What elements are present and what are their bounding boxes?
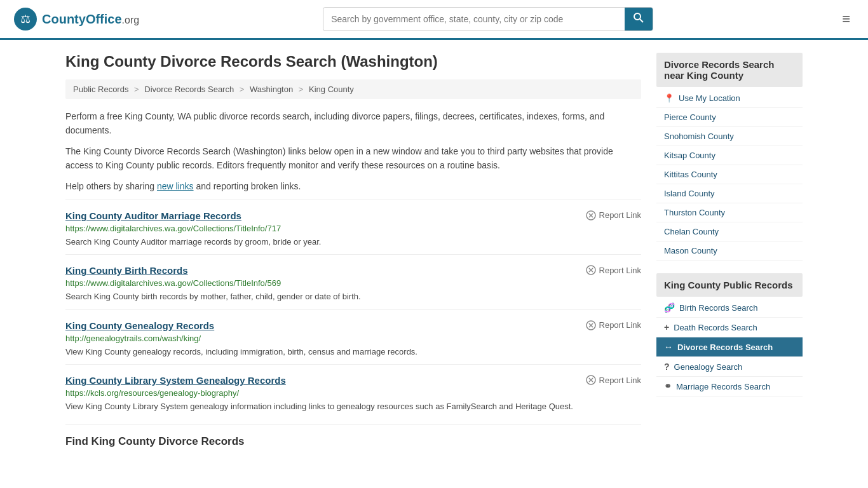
record-item: King County Library System Genealogy Rec… [65, 364, 641, 419]
intro-text-3: Help others by sharing new links and rep… [65, 179, 641, 193]
genealogy-icon: ? [664, 362, 670, 372]
sidebar-record-item[interactable]: ↔ Divorce Records Search [656, 337, 803, 357]
logo-area: ⚖ CountyOffice.org [13, 6, 139, 32]
record-url[interactable]: https://kcls.org/resources/genealogy-bio… [65, 388, 641, 398]
sidebar-county-item[interactable]: Pierce County [656, 108, 803, 127]
svg-line-3 [640, 19, 643, 22]
report-link-btn[interactable]: Report Link [586, 375, 641, 385]
breadcrumb: Public Records > Divorce Records Search … [65, 79, 641, 99]
county-link[interactable]: Snohomish County [664, 132, 734, 141]
record-title[interactable]: King County Birth Records [65, 265, 188, 276]
record-desc: Search King County birth records by moth… [65, 290, 641, 303]
search-input[interactable] [323, 9, 625, 29]
report-link-btn[interactable]: Report Link [586, 265, 641, 275]
sidebar-county-item[interactable]: Thurston County [656, 203, 803, 222]
report-label: Report Link [599, 320, 641, 330]
county-link[interactable]: Pierce County [664, 112, 716, 122]
logo-text: CountyOffice.org [42, 12, 139, 27]
sidebar-public-records-section: King County Public Records 🧬 Birth Recor… [656, 273, 803, 396]
sidebar-nearby-header: Divorce Records Search near King County [656, 53, 803, 87]
header: ⚖ CountyOffice.org ≡ [0, 0, 868, 40]
sidebar-public-records-header: King County Public Records [656, 273, 803, 297]
record-title[interactable]: King County Library System Genealogy Rec… [65, 375, 286, 386]
sidebar-record-item[interactable]: ? Genealogy Search [656, 357, 803, 377]
new-links-link[interactable]: new links [157, 181, 194, 191]
report-link-btn[interactable]: Report Link [586, 210, 641, 220]
record-url[interactable]: https://www.digitalarchives.wa.gov/Colle… [65, 278, 641, 288]
intro-text-1: Perform a free King County, WA public di… [65, 109, 641, 138]
sidebar-county-item[interactable]: Kitsap County [656, 146, 803, 165]
record-url-link[interactable]: https://www.digitalarchives.wa.gov/Colle… [65, 224, 281, 233]
report-icon [586, 265, 596, 275]
record-url[interactable]: http://genealogytrails.com/wash/king/ [65, 334, 641, 343]
county-link[interactable]: Chelan County [664, 227, 719, 236]
content-wrapper: King County Divorce Records Search (Wash… [53, 40, 815, 461]
record-header: King County Genealogy Records Report Lin… [65, 320, 641, 331]
record-header: King County Library System Genealogy Rec… [65, 375, 641, 386]
sidebar-county-item[interactable]: Chelan County [656, 222, 803, 241]
sidebar-county-item[interactable]: Island County [656, 184, 803, 203]
county-link[interactable]: Mason County [664, 246, 717, 255]
sidebar-county-item[interactable]: Snohomish County [656, 127, 803, 146]
divorce-icon: ↔ [664, 342, 673, 352]
county-link[interactable]: Thurston County [664, 208, 725, 217]
record-type-link[interactable]: Genealogy Search [674, 362, 743, 372]
sidebar-nearby-section: Divorce Records Search near King County … [656, 53, 803, 261]
record-desc: Search King County Auditor marriage reco… [65, 236, 641, 248]
breadcrumb-washington[interactable]: Washington [250, 85, 293, 94]
county-link[interactable]: Island County [664, 189, 715, 198]
record-item: King County Birth Records Report Link ht… [65, 254, 641, 309]
search-button[interactable] [625, 8, 653, 30]
breadcrumb-sep-3: > [299, 85, 306, 94]
birth-icon: 🧬 [664, 302, 675, 313]
breadcrumb-king-county[interactable]: King County [309, 85, 354, 94]
svg-point-2 [634, 13, 641, 20]
record-title[interactable]: King County Auditor Marriage Records [65, 210, 241, 221]
record-desc: View King County genealogy records, incl… [65, 346, 641, 358]
report-label: Report Link [599, 266, 641, 275]
county-link[interactable]: Kitsap County [664, 151, 715, 160]
record-type-link[interactable]: Death Records Search [674, 323, 757, 332]
record-type-link[interactable]: Marriage Records Search [676, 382, 770, 391]
record-item: King County Auditor Marriage Records Rep… [65, 200, 641, 255]
report-link-btn[interactable]: Report Link [586, 320, 641, 330]
sidebar-county-item[interactable]: Mason County [656, 241, 803, 261]
breadcrumb-public-records[interactable]: Public Records [73, 85, 128, 94]
records-container: King County Auditor Marriage Records Rep… [65, 200, 641, 419]
breadcrumb-sep-2: > [240, 85, 247, 94]
record-type-link[interactable]: Birth Records Search [679, 303, 758, 313]
logo-icon: ⚖ [13, 6, 38, 32]
public-records-list: 🧬 Birth Records Search + Death Records S… [656, 298, 803, 396]
report-icon [586, 210, 596, 220]
report-icon [586, 320, 596, 330]
breadcrumb-divorce-records[interactable]: Divorce Records Search [144, 85, 234, 94]
record-url[interactable]: https://www.digitalarchives.wa.gov/Colle… [65, 224, 641, 233]
record-url-link[interactable]: https://kcls.org/resources/genealogy-bio… [65, 388, 239, 398]
search-bar[interactable] [323, 7, 653, 31]
record-url-link[interactable]: http://genealogytrails.com/wash/king/ [65, 334, 201, 343]
record-item: King County Genealogy Records Report Lin… [65, 309, 641, 365]
record-type-link[interactable]: Divorce Records Search [677, 342, 773, 352]
record-header: King County Birth Records Report Link [65, 265, 641, 276]
sidebar-record-item[interactable]: 🧬 Birth Records Search [656, 298, 803, 318]
breadcrumb-sep-1: > [134, 85, 141, 94]
hamburger-button[interactable]: ≡ [837, 8, 855, 30]
sidebar-county-item[interactable]: Kittitas County [656, 165, 803, 184]
county-link[interactable]: Kittitas County [664, 170, 717, 179]
sidebar-record-item[interactable]: + Death Records Search [656, 318, 803, 337]
report-icon [586, 375, 596, 385]
use-my-location[interactable]: Use My Location [656, 88, 803, 108]
page-title: King County Divorce Records Search (Wash… [65, 53, 641, 71]
death-icon: + [664, 322, 669, 332]
marriage-icon: ⚭ [664, 381, 672, 391]
nearby-counties-list: Pierce CountySnohomish CountyKitsap Coun… [656, 108, 803, 261]
use-my-location-link[interactable]: Use My Location [679, 93, 740, 103]
record-header: King County Auditor Marriage Records Rep… [65, 210, 641, 221]
record-url-link[interactable]: https://www.digitalarchives.wa.gov/Colle… [65, 278, 281, 288]
report-label: Report Link [599, 376, 641, 385]
sidebar: Divorce Records Search near King County … [656, 53, 803, 448]
report-label: Report Link [599, 210, 641, 220]
location-icon [664, 93, 674, 103]
sidebar-record-item[interactable]: ⚭ Marriage Records Search [656, 377, 803, 396]
record-title[interactable]: King County Genealogy Records [65, 320, 214, 331]
